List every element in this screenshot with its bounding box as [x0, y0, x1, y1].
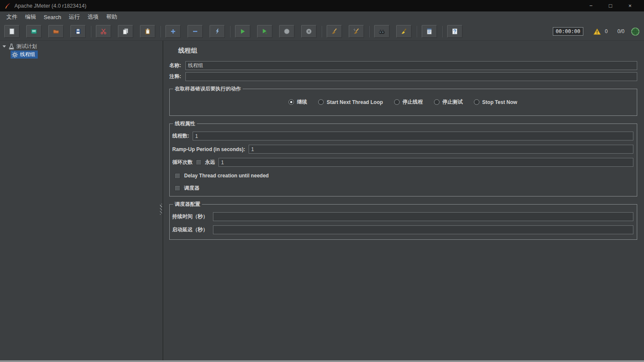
radio-label: Stop Test Now [482, 99, 517, 105]
binoculars-icon [378, 28, 385, 35]
menu-options[interactable]: 选项 [84, 12, 102, 22]
collapse-expander-icon[interactable] [3, 45, 6, 48]
menu-search[interactable]: Search [40, 13, 65, 22]
startup-delay-input[interactable] [213, 225, 633, 234]
broom-icon [331, 28, 338, 35]
tree-item-test-plan[interactable]: 测试计划 [0, 42, 160, 51]
warning-icon[interactable] [593, 28, 601, 35]
thread-properties-legend: 线程属性 [173, 120, 197, 127]
templates-button[interactable] [26, 25, 42, 38]
tree-item-label: 线程组 [20, 51, 35, 58]
error-action-legend: 在取样器错误后要执行的动作 [173, 85, 243, 93]
plus-button[interactable] [165, 25, 181, 38]
gear-icon [11, 51, 18, 58]
broom-all-icon [353, 28, 360, 35]
radio-stop-thread[interactable]: 停止线程 [394, 98, 423, 106]
rampup-input[interactable] [249, 145, 633, 154]
content-area: 测试计划 线程组 线程组 名称: 注释: [0, 41, 644, 360]
plus-icon [170, 28, 176, 35]
forever-checkbox[interactable] [196, 160, 202, 165]
save-button[interactable] [70, 25, 86, 38]
splitter-grip-icon[interactable] [160, 204, 162, 215]
minimize-button[interactable]: − [581, 3, 601, 9]
clear-all-button[interactable] [349, 25, 364, 38]
loop-count-input[interactable] [218, 158, 633, 167]
new-file-button[interactable] [4, 25, 20, 38]
toggle-button[interactable] [210, 25, 225, 38]
toolbar-separator [230, 26, 230, 37]
maximize-button[interactable]: □ [601, 3, 620, 9]
templates-icon [31, 28, 37, 35]
scheduler-config-legend: 调度器配置 [173, 201, 202, 208]
start-button[interactable] [235, 25, 250, 38]
duration-label: 持续时间（秒） [172, 213, 210, 220]
radio-stop-test[interactable]: 停止测试 [434, 98, 463, 106]
radio-icon [318, 99, 324, 105]
paste-button[interactable] [140, 25, 155, 38]
radio-icon [288, 99, 294, 105]
remote-status-icon[interactable] [631, 27, 640, 36]
copy-button[interactable] [118, 25, 133, 38]
radio-start-next-thread-loop[interactable]: Start Next Thread Loop [318, 99, 383, 105]
stop-button[interactable] [279, 25, 294, 38]
shutdown-icon [305, 28, 312, 35]
radio-label: Start Next Thread Loop [327, 99, 383, 105]
toolbar-separator [442, 26, 442, 37]
stop-icon [283, 28, 290, 35]
duration-input[interactable] [213, 212, 633, 221]
error-action-options: 继续 Start Next Thread Loop 停止线程 停止测试 [172, 93, 633, 111]
open-folder-icon [53, 28, 59, 35]
radio-stop-test-now[interactable]: Stop Test Now [474, 99, 517, 105]
save-icon [75, 28, 81, 35]
search-reset-button[interactable] [396, 25, 412, 38]
open-button[interactable] [48, 25, 64, 38]
help-icon [451, 28, 458, 35]
toolbar-status-area: 00:00:00 0 0/0 [553, 27, 640, 36]
help-button[interactable] [447, 25, 462, 38]
minus-icon [192, 28, 199, 35]
toolbar-separator [90, 26, 91, 37]
test-timer: 00:00:00 [553, 27, 583, 36]
copy-icon [122, 28, 129, 35]
clear-button[interactable] [327, 25, 342, 38]
threads-input[interactable] [193, 132, 633, 140]
radio-continue[interactable]: 继续 [288, 98, 307, 106]
bottom-scrollbar[interactable] [0, 360, 644, 362]
test-plan-tree: 测试计划 线程组 [0, 41, 160, 360]
toolbar-separator [416, 26, 417, 37]
comments-input[interactable] [185, 72, 637, 81]
radio-label: 停止线程 [403, 98, 423, 106]
radio-label: 停止测试 [442, 98, 463, 106]
start-no-pauses-button[interactable] [257, 25, 272, 38]
panel-splitter[interactable] [160, 41, 163, 360]
menu-file[interactable]: 文件 [3, 12, 21, 22]
delay-thread-creation-label: Delay Thread creation until needed [184, 173, 269, 179]
scheduler-label: 调度器 [184, 185, 199, 192]
cut-button[interactable] [96, 25, 111, 38]
thread-group-panel: 线程组 名称: 注释: 在取样器错误后要执行的动作 继续 [163, 41, 644, 360]
minus-button[interactable] [188, 25, 203, 38]
name-input[interactable] [185, 61, 637, 70]
scheduler-checkbox[interactable] [175, 185, 180, 191]
scheduler-config-group: 调度器配置 持续时间（秒） 启动延迟（秒） [169, 201, 637, 240]
toolbar-separator [369, 26, 370, 37]
menu-edit[interactable]: 编辑 [21, 12, 40, 22]
shutdown-button[interactable] [301, 25, 316, 38]
tree-item-label: 测试计划 [17, 43, 37, 50]
threads-label: 线程数: [172, 132, 189, 140]
toolbar-separator [321, 26, 322, 37]
jmeter-logo-icon [4, 3, 11, 9]
name-label: 名称: [169, 62, 182, 69]
titlebar: Apache JMeter (4.0 r1823414) − □ × [0, 0, 644, 11]
search-button[interactable] [374, 25, 389, 38]
loop-count-label: 循环次数 [172, 159, 193, 166]
menu-run[interactable]: 运行 [65, 12, 84, 22]
play-fast-icon [261, 28, 268, 35]
close-button[interactable]: × [620, 3, 640, 9]
function-helper-button[interactable] [422, 25, 437, 38]
test-plan-icon [8, 43, 15, 50]
delay-thread-creation-checkbox[interactable] [175, 173, 180, 179]
tree-item-thread-group[interactable]: 线程组 [0, 51, 160, 59]
broom-yellow-icon [400, 28, 407, 35]
menu-help[interactable]: 帮助 [102, 12, 121, 22]
